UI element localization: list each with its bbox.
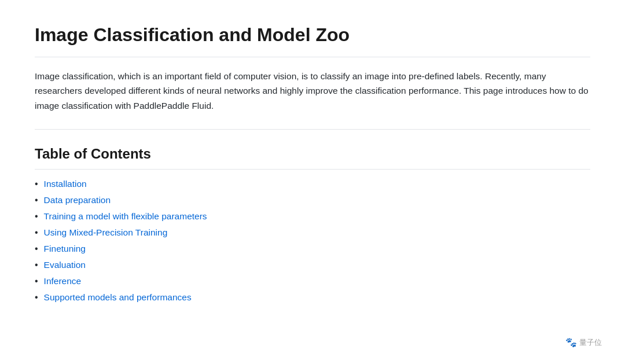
toc-link[interactable]: Supported models and performances — [44, 292, 192, 303]
toc-item: Installation — [35, 179, 590, 189]
toc-link[interactable]: Inference — [44, 276, 82, 286]
watermark-icon: 🐾 — [565, 337, 577, 348]
toc-list: InstallationData preparationTraining a m… — [35, 179, 590, 303]
page-title: Image Classification and Model Zoo — [35, 23, 590, 57]
toc-item: Supported models and performances — [35, 292, 590, 303]
toc-item: Data preparation — [35, 195, 590, 205]
toc-link[interactable]: Data preparation — [44, 195, 111, 205]
toc-link[interactable]: Finetuning — [44, 244, 86, 254]
watermark-text: 量子位 — [579, 337, 602, 348]
toc-item: Using Mixed-Precision Training — [35, 227, 590, 238]
toc-item: Inference — [35, 276, 590, 286]
toc-link[interactable]: Evaluation — [44, 260, 86, 270]
toc-item: Finetuning — [35, 244, 590, 254]
toc-link[interactable]: Training a model with flexible parameter… — [44, 211, 207, 222]
page-description: Image classification, which is an import… — [35, 69, 590, 130]
toc-item: Training a model with flexible parameter… — [35, 211, 590, 222]
toc-link[interactable]: Installation — [44, 179, 87, 189]
toc-heading: Table of Contents — [35, 146, 590, 170]
toc-item: Evaluation — [35, 260, 590, 270]
watermark: 🐾 量子位 — [565, 337, 602, 348]
toc-link[interactable]: Using Mixed-Precision Training — [44, 227, 168, 238]
